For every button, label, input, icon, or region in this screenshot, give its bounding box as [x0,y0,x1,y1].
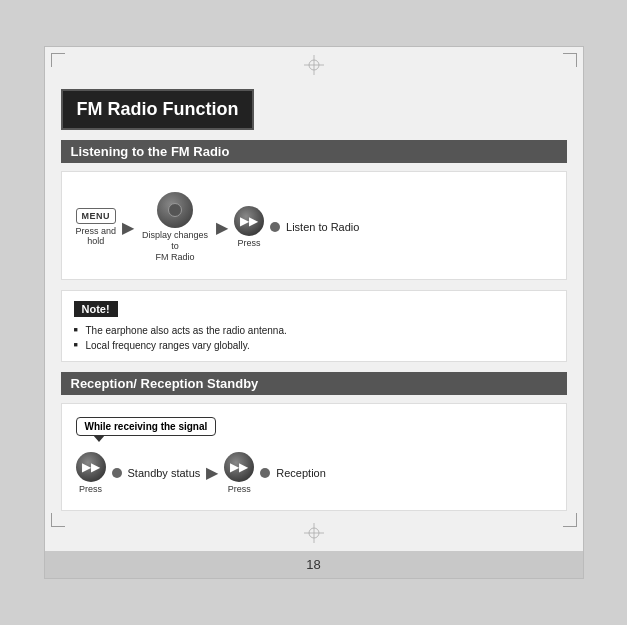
menu-button[interactable]: MENU [76,208,117,224]
nav-inner [168,203,182,217]
bottom-crosshair [304,523,324,547]
corner-tl [51,53,65,67]
menu-btn-group: MENU Press andhold [76,208,117,248]
press-label-3: Press [228,484,251,494]
main-title: FM Radio Function [61,89,255,130]
note-item-2: Local frequency ranges vary globally. [74,338,554,353]
arrow1: ▶ [122,218,134,237]
top-area [45,47,583,77]
page-number: 18 [306,557,320,572]
nav-btn-group: Display changes toFM Radio [140,192,210,262]
skip-btn-group: ▶▶ Press [234,206,264,248]
dot1 [270,222,280,232]
top-crosshair [304,55,324,79]
corner-bl [51,513,65,527]
dot2 [112,468,122,478]
press-label-1: Press [238,238,261,248]
reception-text: Reception [276,467,326,479]
arrow3: ▶ [206,463,218,482]
note-box: Note! The earphone also acts as the radi… [61,290,567,362]
listening-flow: MENU Press andhold ▶ Display changes toF… [76,192,552,262]
skip-btn-group-2: ▶▶ Press [76,452,106,494]
skip-arrow-icon: ▶▶ [240,215,258,227]
section1-title: Listening to the FM Radio [61,140,567,163]
arrow2: ▶ [216,218,228,237]
skip-button-2[interactable]: ▶▶ [76,452,106,482]
skip-arrow-icon-2: ▶▶ [82,461,100,473]
skip-arrow-icon-3: ▶▶ [230,461,248,473]
reception-card: While receiving the signal ▶▶ Press Stan… [61,403,567,511]
press-hold-label: Press andhold [76,226,117,248]
listening-card: MENU Press andhold ▶ Display changes toF… [61,171,567,279]
standby-text: Standby status [128,467,201,479]
corner-br [563,513,577,527]
press-label-2: Press [79,484,102,494]
content-area: FM Radio Function Listening to the FM Ra… [45,77,583,520]
nav-button[interactable] [157,192,193,228]
corner-tr [563,53,577,67]
section2-title: Reception/ Reception Standby [61,372,567,395]
skip-button[interactable]: ▶▶ [234,206,264,236]
dot3 [260,468,270,478]
page: FM Radio Function Listening to the FM Ra… [44,46,584,578]
page-footer: 18 [45,551,583,578]
skip-btn-group-3: ▶▶ Press [224,452,254,494]
note-item-1: The earphone also acts as the radio ante… [74,323,554,338]
note-title: Note! [74,301,118,317]
reception-flow: ▶▶ Press Standby status ▶ ▶▶ Press Recep… [76,452,552,494]
bottom-area [45,521,583,551]
listen-to-radio-text: Listen to Radio [286,221,359,233]
skip-button-3[interactable]: ▶▶ [224,452,254,482]
display-label: Display changes toFM Radio [140,230,210,262]
callout-label: While receiving the signal [76,417,217,436]
